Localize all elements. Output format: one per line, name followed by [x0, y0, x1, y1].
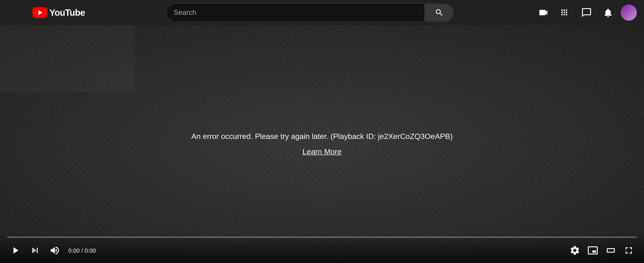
next-button[interactable] [27, 242, 43, 258]
play-button[interactable] [7, 242, 23, 258]
theater-icon [606, 245, 616, 256]
controls-row: 0:00 / 0:00 [7, 242, 637, 258]
noise-overlay [0, 25, 135, 93]
miniplayer-icon [588, 245, 598, 256]
header: YouTube [0, 0, 644, 25]
volume-icon [50, 245, 60, 256]
header-left: YouTube [7, 4, 85, 22]
create-button[interactable] [534, 4, 552, 22]
fullscreen-icon [623, 245, 634, 256]
svg-rect-0 [0, 25, 135, 93]
hamburger-menu-button[interactable] [7, 4, 25, 22]
video-area: An error occurred. Please try again late… [0, 25, 644, 263]
theater-mode-button[interactable] [603, 242, 619, 258]
youtube-logo-text: YouTube [50, 8, 85, 18]
controls-left: 0:00 / 0:00 [7, 242, 98, 258]
search-form [166, 3, 453, 22]
play-icon [10, 245, 21, 256]
notifications-icon [603, 7, 614, 18]
next-icon [30, 245, 40, 256]
video-controls: 0:00 / 0:00 [0, 233, 644, 263]
youtube-logo-icon [32, 7, 48, 18]
error-message: An error occurred. Please try again late… [191, 132, 453, 141]
search-input[interactable] [166, 4, 424, 22]
learn-more-link[interactable]: Learn More [191, 147, 453, 156]
time-total: 0:00 [84, 247, 96, 254]
miniplayer-button[interactable] [585, 242, 601, 258]
controls-right [567, 242, 637, 258]
create-icon [538, 7, 549, 18]
search-input-wrapper [166, 3, 424, 22]
video-player[interactable]: An error occurred. Please try again late… [0, 25, 644, 263]
time-current: 0:00 [68, 247, 80, 254]
avatar-image [621, 5, 637, 21]
messages-button[interactable] [578, 4, 596, 22]
notifications-button[interactable] [599, 4, 617, 22]
time-separator: / [81, 247, 83, 254]
header-center [85, 3, 534, 22]
settings-icon [570, 245, 580, 256]
error-container: An error occurred. Please try again late… [191, 132, 453, 156]
youtube-logo[interactable]: YouTube [32, 7, 85, 18]
apps-icon [560, 7, 570, 18]
header-right [534, 4, 637, 22]
progress-bar[interactable] [7, 236, 637, 238]
avatar[interactable] [621, 5, 637, 21]
messages-icon [581, 7, 592, 18]
mute-button[interactable] [47, 242, 63, 258]
apps-button[interactable] [556, 4, 574, 22]
search-button[interactable] [424, 4, 453, 22]
fullscreen-button[interactable] [621, 242, 637, 258]
time-display: 0:00 / 0:00 [66, 247, 98, 254]
settings-button[interactable] [567, 242, 583, 258]
search-icon [434, 8, 444, 17]
